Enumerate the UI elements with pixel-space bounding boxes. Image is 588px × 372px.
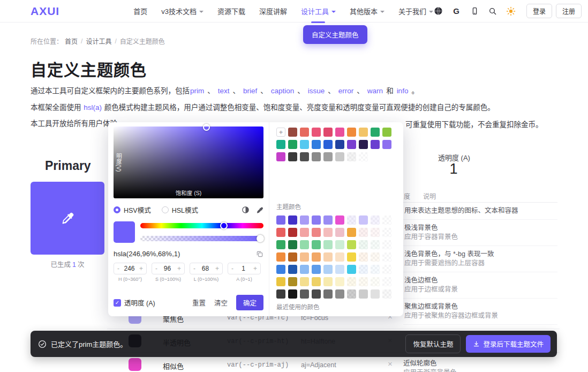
hue-slider[interactable] (140, 223, 263, 228)
saved-color-swatch[interactable] (359, 152, 368, 161)
saved-color-swatch[interactable] (335, 152, 344, 161)
theme-color-swatch[interactable] (371, 289, 380, 299)
theme-color-swatch[interactable] (359, 215, 368, 225)
theme-color-swatch[interactable] (323, 265, 333, 274)
hue-stepper-value[interactable]: 246 (124, 265, 134, 272)
theme-color-swatch[interactable] (300, 215, 309, 225)
theme-color-swatch[interactable] (382, 277, 391, 286)
decrement-button[interactable]: - (155, 265, 157, 272)
color-term-link[interactable]: issue (308, 87, 325, 95)
nav-item[interactable]: 设计工具 (301, 6, 336, 16)
saved-color-swatch[interactable] (323, 128, 333, 137)
saved-color-swatch[interactable] (347, 152, 356, 161)
theme-sun-icon[interactable] (506, 6, 516, 16)
theme-color-swatch[interactable] (335, 228, 344, 237)
theme-color-swatch[interactable] (276, 289, 285, 299)
theme-color-swatch[interactable] (288, 215, 297, 225)
design-tools-menu-item[interactable]: 自定义主题颜色 (303, 25, 367, 44)
color-term-link[interactable]: caption (271, 87, 295, 95)
primary-color-swatch[interactable] (31, 182, 104, 255)
theme-color-swatch[interactable] (300, 228, 309, 237)
theme-color-swatch[interactable] (347, 277, 356, 286)
saved-color-swatch[interactable] (371, 140, 380, 149)
decrement-button[interactable]: - (231, 265, 233, 272)
remove-row-button[interactable]: × (388, 359, 393, 368)
alpha-slider-knob[interactable] (257, 235, 264, 242)
gitee-icon[interactable]: G (451, 6, 461, 16)
theme-color-swatch[interactable] (276, 252, 285, 262)
theme-color-swatch[interactable] (312, 277, 321, 286)
saved-color-swatch[interactable] (288, 140, 297, 149)
theme-color-swatch[interactable] (288, 240, 297, 249)
theme-color-swatch[interactable] (359, 252, 368, 262)
breadcrumb-item[interactable]: 自定义主题颜色 (120, 36, 165, 46)
mobile-icon[interactable] (470, 6, 479, 16)
saved-color-swatch[interactable] (312, 140, 321, 149)
theme-color-swatch[interactable] (335, 252, 344, 262)
theme-color-swatch[interactable] (323, 228, 333, 237)
saved-color-swatch[interactable] (312, 152, 321, 161)
eyedropper-icon[interactable] (256, 206, 263, 214)
globe-icon[interactable] (433, 6, 443, 16)
theme-color-swatch[interactable] (359, 228, 368, 237)
theme-color-swatch[interactable] (371, 252, 380, 262)
increment-button[interactable]: + (215, 265, 219, 272)
theme-color-swatch[interactable] (276, 228, 285, 237)
alpha-slider[interactable] (140, 236, 263, 241)
theme-color-swatch[interactable] (382, 252, 391, 262)
theme-color-swatch[interactable] (288, 289, 297, 299)
saved-color-swatch[interactable] (347, 128, 356, 137)
theme-color-swatch[interactable] (300, 252, 309, 262)
login-button[interactable]: 登录 (526, 4, 552, 18)
restore-default-button[interactable]: 恢复默认主题 (405, 334, 461, 353)
nav-item[interactable]: 关于我们 (398, 6, 433, 16)
saved-color-swatch[interactable] (382, 128, 391, 137)
saved-color-swatch[interactable] (323, 152, 333, 161)
theme-color-swatch[interactable] (347, 289, 356, 299)
saved-color-swatch[interactable] (312, 128, 321, 137)
theme-color-swatch[interactable] (359, 277, 368, 286)
theme-color-swatch[interactable] (288, 228, 297, 237)
saved-color-swatch[interactable] (359, 128, 368, 137)
saved-color-swatch[interactable] (335, 140, 344, 149)
theme-color-swatch[interactable] (300, 240, 309, 249)
hsl-mode-radio[interactable]: HSL模式 (162, 205, 198, 215)
breadcrumb-item[interactable]: 设计工具 (86, 36, 111, 46)
theme-color-swatch[interactable] (312, 265, 321, 274)
hsla-link[interactable]: hsl(a) (84, 103, 102, 111)
theme-color-swatch[interactable] (347, 215, 356, 225)
alpha-stepper-value[interactable]: 1 (242, 265, 245, 272)
theme-color-swatch[interactable] (323, 215, 333, 225)
increment-button[interactable]: + (253, 265, 257, 272)
hue-slider-knob[interactable] (220, 222, 228, 229)
theme-color-swatch[interactable] (323, 289, 333, 299)
saved-color-swatch[interactable] (359, 140, 368, 149)
clear-button[interactable]: 清空 (214, 297, 228, 308)
theme-color-swatch[interactable] (371, 215, 380, 225)
theme-color-swatch[interactable] (347, 265, 356, 274)
theme-color-swatch[interactable] (312, 215, 321, 225)
nav-item[interactable]: 资源下载 (217, 6, 245, 16)
increment-button[interactable]: + (139, 265, 143, 272)
increment-button[interactable]: + (177, 265, 181, 272)
theme-color-swatch[interactable] (300, 277, 309, 286)
theme-color-swatch[interactable] (335, 240, 344, 249)
theme-color-swatch[interactable] (335, 277, 344, 286)
saved-color-swatch[interactable] (288, 128, 297, 137)
theme-color-swatch[interactable] (276, 240, 285, 249)
theme-color-swatch[interactable] (288, 265, 297, 274)
saved-color-swatch[interactable] (300, 140, 309, 149)
alpha-checkbox[interactable]: 透明度 (A) (114, 297, 155, 308)
saturation-stepper-value[interactable]: 96 (164, 265, 171, 272)
theme-color-swatch[interactable] (347, 228, 356, 237)
hsv-mode-radio[interactable]: HSV模式 (114, 205, 151, 215)
search-icon[interactable] (488, 6, 497, 16)
nav-item[interactable]: 首页 (133, 6, 147, 16)
theme-color-swatch[interactable] (276, 265, 285, 274)
theme-color-swatch[interactable] (359, 240, 368, 249)
theme-color-swatch[interactable] (300, 265, 309, 274)
saved-color-swatch[interactable] (371, 128, 380, 137)
color-term-link[interactable]: prim (190, 87, 204, 95)
theme-color-swatch[interactable] (323, 240, 333, 249)
color-term-link[interactable]: error (338, 87, 354, 95)
